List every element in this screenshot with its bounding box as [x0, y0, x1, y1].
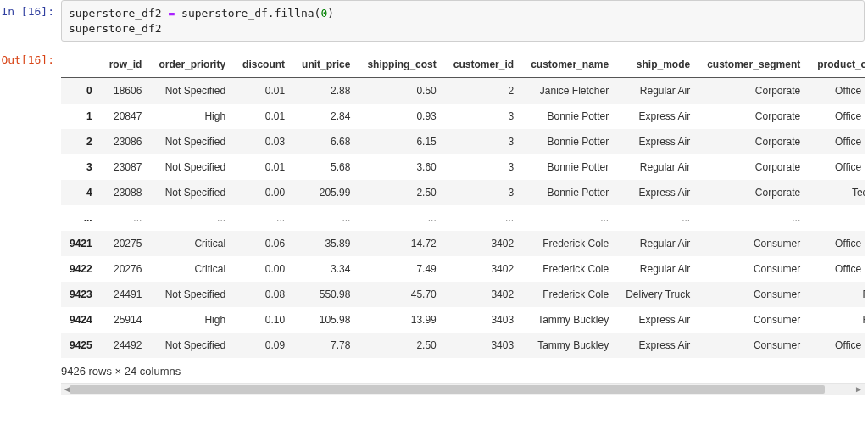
cell-customer_segment: Corporate: [698, 180, 809, 205]
cell-customer_name: Frederick Cole: [522, 231, 617, 256]
cell-discount: 0.03: [234, 129, 293, 154]
scrollbar-thumb[interactable]: [70, 385, 825, 394]
table-row: 018606Not Specified0.012.880.502Janice F…: [61, 78, 865, 104]
cell-customer_name: Tammy Buckley: [522, 307, 617, 333]
cell-shipping_cost: 7.49: [359, 256, 444, 282]
cell-customer_id: 2: [445, 78, 522, 104]
cell-customer_segment: ...: [698, 205, 809, 231]
cell-discount: 0.10: [234, 307, 293, 333]
cell-customer_id: 3403: [445, 333, 522, 358]
cell-product_category: Office Supplies: [809, 129, 865, 154]
cell-customer_name: Bonnie Potter: [522, 180, 617, 205]
code-text: ): [327, 7, 334, 20]
cell-discount: 0.01: [234, 104, 293, 129]
row-index: 9425: [61, 333, 101, 358]
code-input[interactable]: superstore_df2 = superstore_df.fillna(0)…: [61, 0, 865, 42]
row-index: 9423: [61, 282, 101, 307]
cell-unit_price: 550.98: [293, 282, 359, 307]
cell-unit_price: 5.68: [293, 154, 359, 180]
cell-ship_mode: Regular Air: [617, 154, 698, 180]
cell-product_category: Furniture: [809, 307, 865, 333]
cell-row_id: 23086: [101, 129, 151, 154]
col-shipping_cost: shipping_cost: [359, 52, 444, 78]
cell-order_priority: Critical: [150, 256, 234, 282]
col-customer_segment: customer_segment: [698, 52, 809, 78]
cell-unit_price: 6.68: [293, 129, 359, 154]
cell-product_category: Office Supplies: [809, 231, 865, 256]
cell-customer_id: 3: [445, 104, 522, 129]
cell-ship_mode: Express Air: [617, 333, 698, 358]
cell-shipping_cost: 2.50: [359, 180, 444, 205]
col-ship_mode: ship_mode: [617, 52, 698, 78]
scroll-right-icon[interactable]: ►: [854, 384, 863, 394]
table-head: row_id order_priority discount unit_pric…: [61, 52, 865, 78]
cell-customer_id: 3403: [445, 307, 522, 333]
cell-customer_segment: Consumer: [698, 307, 809, 333]
cell-customer_name: Janice Fletcher: [522, 78, 617, 104]
table-row: 942524492Not Specified0.097.782.503403Ta…: [61, 333, 865, 358]
cell-customer_segment: Corporate: [698, 129, 809, 154]
cell-shipping_cost: ...: [359, 205, 444, 231]
cell-customer_name: Frederick Cole: [522, 282, 617, 307]
table-row: 942324491Not Specified0.08550.9845.70340…: [61, 282, 865, 307]
cell-ship_mode: Delivery Truck: [617, 282, 698, 307]
cell-unit_price: ...: [293, 205, 359, 231]
cell-discount: 0.00: [234, 180, 293, 205]
output-prompt: Out[16]:: [0, 48, 61, 70]
cell-shipping_cost: 3.60: [359, 154, 444, 180]
cell-order_priority: Not Specified: [150, 129, 234, 154]
code-text: superstore_df.fillna(: [175, 7, 320, 20]
cell-customer_name: Bonnie Potter: [522, 104, 617, 129]
code-text: superstore_df2: [69, 7, 168, 20]
output-area: row_id order_priority discount unit_pric…: [61, 48, 865, 395]
cell-shipping_cost: 45.70: [359, 282, 444, 307]
cell-customer_id: ...: [445, 205, 522, 231]
cell-customer_segment: Corporate: [698, 104, 809, 129]
table-body: 018606Not Specified0.012.880.502Janice F…: [61, 78, 865, 359]
cell-customer_id: 3402: [445, 256, 522, 282]
cell-ship_mode: Regular Air: [617, 231, 698, 256]
horizontal-scrollbar[interactable]: ◄ ►: [61, 383, 865, 395]
table-row: 942220276Critical0.003.347.493402Frederi…: [61, 256, 865, 282]
col-customer_name: customer_name: [522, 52, 617, 78]
cell-unit_price: 2.88: [293, 78, 359, 104]
cell-shipping_cost: 0.93: [359, 104, 444, 129]
cell-order_priority: Not Specified: [150, 78, 234, 104]
cell-order_priority: Not Specified: [150, 154, 234, 180]
cell-customer_id: 3402: [445, 231, 522, 256]
cell-shipping_cost: 13.99: [359, 307, 444, 333]
cell-discount: ...: [234, 205, 293, 231]
cell-shipping_cost: 6.15: [359, 129, 444, 154]
cell-product_category: ...: [809, 205, 865, 231]
dataframe-scroll[interactable]: row_id order_priority discount unit_pric…: [61, 52, 865, 358]
cell-unit_price: 3.34: [293, 256, 359, 282]
col-index: [61, 52, 101, 78]
cell-customer_id: 3: [445, 154, 522, 180]
cell-ship_mode: Express Air: [617, 129, 698, 154]
cell-customer_segment: Corporate: [698, 154, 809, 180]
cell-row_id: 20275: [101, 231, 151, 256]
col-unit_price: unit_price: [293, 52, 359, 78]
row-index: 2: [61, 129, 101, 154]
row-index: 9422: [61, 256, 101, 282]
cell-ship_mode: Express Air: [617, 104, 698, 129]
col-customer_id: customer_id: [445, 52, 522, 78]
cell-shipping_cost: 2.50: [359, 333, 444, 358]
cell-ship_mode: Regular Air: [617, 256, 698, 282]
cell-product_category: Office Supplies: [809, 333, 865, 358]
table-row: 120847High0.012.840.933Bonnie PotterExpr…: [61, 104, 865, 129]
cell-customer_segment: Corporate: [698, 78, 809, 104]
cell-shipping_cost: 14.72: [359, 231, 444, 256]
cell-unit_price: 2.84: [293, 104, 359, 129]
cell-customer_name: Frederick Cole: [522, 256, 617, 282]
cell-discount: 0.09: [234, 333, 293, 358]
cell-order_priority: ...: [150, 205, 234, 231]
row-index: 3: [61, 154, 101, 180]
cell-product_category: Office Supplies: [809, 104, 865, 129]
cell-row_id: 23088: [101, 180, 151, 205]
cell-order_priority: High: [150, 307, 234, 333]
input-cell: In [16]: superstore_df2 = superstore_df.…: [0, 0, 868, 42]
cell-row_id: 20847: [101, 104, 151, 129]
cell-discount: 0.01: [234, 78, 293, 104]
col-order_priority: order_priority: [150, 52, 234, 78]
